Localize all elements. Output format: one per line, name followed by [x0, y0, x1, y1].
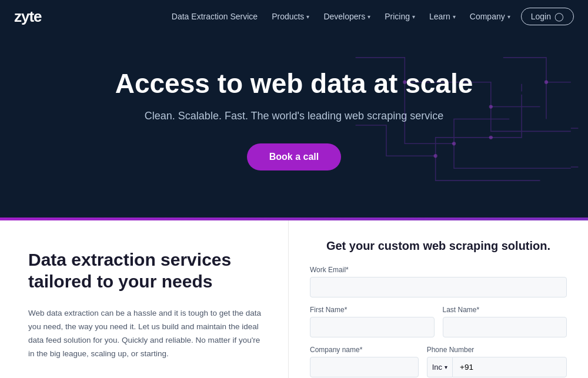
phone-country-select[interactable]: Inc ▾: [427, 357, 452, 377]
nav-item-company[interactable]: Company ▾: [464, 8, 516, 25]
navbar: zyte Data Extraction Service Products ▾ …: [0, 0, 588, 33]
company-phone-row: Company name* Phone Number Inc ▾: [310, 346, 567, 378]
hero-subtitle: Clean. Scalable. Fast. The world's leadi…: [12, 110, 576, 122]
user-icon: ◯: [554, 12, 564, 21]
book-call-button[interactable]: Book a call: [247, 143, 341, 170]
company-name-label: Company name*: [310, 346, 419, 354]
left-body-text: Web data extraction can be a hassle and …: [28, 307, 265, 361]
chevron-down-icon: ▾: [445, 364, 447, 370]
work-email-input[interactable]: [310, 277, 567, 297]
nav-links: Data Extraction Service Products ▾ Devel…: [166, 8, 516, 25]
company-name-group: Company name*: [310, 346, 419, 377]
right-panel-form: Get your custom web scraping solution. W…: [288, 220, 588, 378]
login-button[interactable]: Login ◯: [521, 8, 574, 25]
nav-link-pricing[interactable]: Pricing ▾: [379, 8, 421, 25]
phone-input-group: Inc ▾: [427, 357, 567, 377]
left-heading: Data extraction services tailored to you…: [28, 249, 265, 293]
phone-label: Phone Number: [427, 346, 567, 354]
chevron-down-icon: ▾: [412, 14, 415, 20]
phone-group: Phone Number Inc ▾: [427, 346, 567, 377]
name-row: First Name* Last Name*: [310, 306, 567, 346]
nav-item-data-extraction[interactable]: Data Extraction Service: [166, 8, 263, 25]
first-name-group: First Name*: [310, 306, 435, 337]
nav-link-products[interactable]: Products ▾: [266, 8, 315, 25]
nav-link-developers[interactable]: Developers ▾: [318, 8, 376, 25]
left-panel: Data extraction services tailored to you…: [0, 220, 288, 378]
nav-item-products[interactable]: Products ▾: [266, 8, 315, 25]
work-email-label: Work Email*: [310, 266, 567, 274]
work-email-group: Work Email*: [310, 266, 567, 297]
chevron-down-icon: ▾: [306, 14, 309, 20]
company-name-input[interactable]: [310, 357, 419, 377]
logo: zyte: [14, 8, 42, 26]
nav-item-learn[interactable]: Learn ▾: [423, 8, 462, 25]
hero-content: Access to web data at scale Clean. Scala…: [12, 68, 576, 170]
first-name-input[interactable]: [310, 317, 435, 337]
main-section: Data extraction services tailored to you…: [0, 220, 588, 378]
phone-number-input[interactable]: [452, 357, 567, 377]
nav-link-learn[interactable]: Learn ▾: [423, 8, 462, 25]
last-name-group: Last Name*: [443, 306, 567, 337]
last-name-label: Last Name*: [443, 306, 567, 314]
chevron-down-icon: ▾: [453, 14, 456, 20]
nav-item-developers[interactable]: Developers ▾: [318, 8, 376, 25]
last-name-input[interactable]: [443, 317, 567, 337]
first-name-label: First Name*: [310, 306, 435, 314]
form-title: Get your custom web scraping solution.: [310, 239, 567, 253]
hero-title: Access to web data at scale: [12, 68, 576, 99]
hero-section: Access to web data at scale Clean. Scala…: [0, 33, 588, 218]
nav-link-data-extraction[interactable]: Data Extraction Service: [166, 8, 263, 25]
nav-link-company[interactable]: Company ▾: [464, 8, 516, 25]
chevron-down-icon: ▾: [507, 14, 510, 20]
nav-item-pricing[interactable]: Pricing ▾: [379, 8, 421, 25]
chevron-down-icon: ▾: [368, 14, 370, 20]
